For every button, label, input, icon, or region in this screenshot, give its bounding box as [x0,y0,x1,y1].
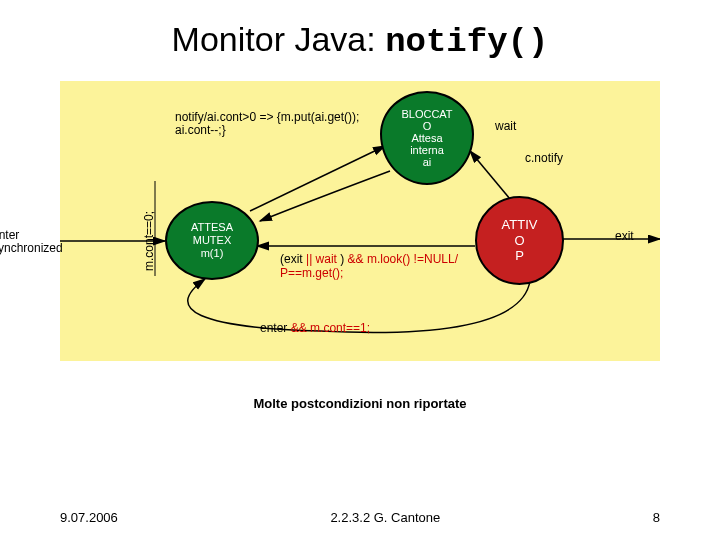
bloccato-l2: O [382,120,472,132]
bloccato-l1: BLOCCAT [382,108,472,120]
attiv-l3: P [477,248,562,264]
state-bloccato: BLOCCAT O Attesa interna ai [380,91,474,185]
guard-part2: ) [340,252,347,266]
title-text: Monitor Java: [172,20,386,58]
attiv-l1: ATTIV [477,217,562,233]
attiv-l2: O [477,233,562,249]
attesa-l3: m(1) [167,247,257,260]
label-cnotify: c.notify [525,151,563,165]
label-wait: wait [495,119,516,133]
label-enter-synchronized: enter synchronized [0,229,62,255]
slide-footer: 9.07.2006 2.2.3.2 G. Cantone 8 [0,510,720,525]
label-exit: exit [615,229,634,243]
label-exit-wait-guard: (exit || wait ) && m.look() !=NULL/ P==m… [280,253,470,281]
label-notify-guard: notify/ai.cont>0 => {m.put(ai.get()); ai… [175,111,365,137]
svg-line-1 [250,146,385,211]
title-code: notify() [385,23,548,61]
attesa-l2: MUTEX [167,234,257,247]
attesa-l1: ATTESA [167,221,257,234]
footer-credit: 2.2.3.2 G. Cantone [118,510,653,525]
label-mcont0: m.cont==0; [142,211,156,271]
state-attivo: ATTIV O P [475,196,564,285]
postcondition-note: Molte postcondizioni non riportate [40,396,680,411]
loop-enter: enter [260,321,287,335]
bloccato-l4: interna [382,144,472,156]
loop-cond-red: && m.cont==1; [291,321,370,335]
slide-title: Monitor Java: notify() [40,20,680,61]
guard-part1: (exit [280,252,303,266]
footer-date: 9.07.2006 [60,510,118,525]
bloccato-l5: ai [382,156,472,168]
label-enter-loop: enter && m.cont==1; [260,321,370,335]
state-attesa-mutex: ATTESA MUTEX m(1) [165,201,259,280]
bloccato-l3: Attesa [382,132,472,144]
state-diagram: BLOCCAT O Attesa interna ai ATTESA MUTEX… [60,81,660,361]
guard-wait-red: || wait [306,252,340,266]
svg-line-2 [470,151,510,199]
footer-page: 8 [653,510,660,525]
